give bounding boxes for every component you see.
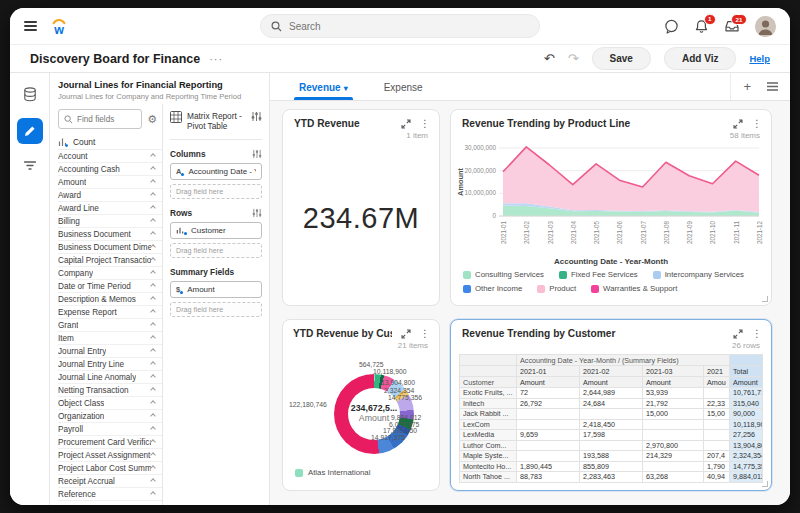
card-revenue-trending-product-line[interactable]: Revenue Trending by Product Line ⋮ 58 it… (450, 109, 772, 306)
row-field-chip[interactable]: Customer (170, 222, 262, 239)
column-header[interactable]: 2021-02 (580, 366, 643, 377)
field-item[interactable]: Billing (58, 215, 162, 228)
field-item[interactable]: Accounting Cash (58, 163, 162, 176)
field-item[interactable]: Project Labor Cost Summary (58, 462, 162, 475)
add-viz-button[interactable]: Add Viz (664, 47, 736, 70)
search-input[interactable] (289, 21, 529, 32)
legend-item[interactable]: Fixed Fee Services (559, 270, 638, 279)
find-fields-box[interactable] (58, 109, 142, 129)
field-item[interactable]: Procurement Card Verification (58, 436, 162, 449)
kebab-menu-icon[interactable]: ⋮ (420, 329, 430, 339)
donut-slice-label: 17,993,050 (383, 427, 417, 434)
field-item[interactable]: Award (58, 189, 162, 202)
field-item[interactable]: Journal Line Anomaly (58, 371, 162, 384)
kebab-menu-icon[interactable]: ⋮ (420, 119, 430, 129)
field-item[interactable]: Capital Project Transaction (58, 254, 162, 267)
column-header[interactable]: 2021 (704, 366, 730, 377)
tab-expense[interactable]: Expense (381, 82, 426, 100)
card-revenue-trending-by-customer[interactable]: Revenue Trending by Customer ⋮ 26 rows A… (450, 319, 772, 491)
edit-fields-icon[interactable] (17, 118, 43, 144)
table-row[interactable]: North Tahoe ...88,7832,283,46363,26840,9… (460, 472, 763, 483)
resize-handle[interactable] (762, 296, 768, 302)
table-row[interactable]: Montecito Ho...1,890,445855,8091,79014,7… (460, 461, 763, 472)
field-item[interactable]: Journal Entry Line (58, 358, 162, 371)
table-row[interactable]: LexMedia9,65917,59827,256 (460, 430, 763, 441)
kebab-menu-icon[interactable]: ⋮ (752, 119, 762, 129)
legend-item[interactable]: Intercompany Services (653, 270, 744, 279)
field-item[interactable]: Object Class (58, 397, 162, 410)
summary-field-chip[interactable]: $ Amount (170, 281, 262, 298)
field-item[interactable]: Journal Entry (58, 345, 162, 358)
field-item[interactable]: Description & Memos (58, 293, 162, 306)
global-menu-icon[interactable] (24, 21, 37, 31)
field-item[interactable]: Payroll (58, 423, 162, 436)
chat-icon[interactable] (664, 19, 679, 34)
help-link[interactable]: Help (749, 53, 770, 64)
amount-cell (643, 461, 704, 472)
field-item[interactable]: Netting Transaction (58, 384, 162, 397)
notifications-bell-icon[interactable]: 1 (694, 19, 709, 34)
gear-icon[interactable]: ⚙ (147, 114, 157, 125)
save-button[interactable]: Save (592, 47, 651, 70)
field-item[interactable]: Business Document Dimensi... (58, 241, 162, 254)
inbox-icon[interactable]: 21 (724, 19, 740, 33)
card-ytd-revenue-by-customer[interactable]: YTD Revenue by Custo... ⋮ 21 items 234,6… (282, 319, 440, 491)
viz-type-label[interactable]: Matrix Report - Pivot Table (187, 111, 246, 132)
tab-revenue[interactable]: Revenue▾ (296, 82, 351, 100)
field-item[interactable]: Account (58, 150, 162, 163)
column-header[interactable]: Total (730, 366, 763, 377)
field-item[interactable]: Reference (58, 488, 162, 501)
field-item[interactable]: Business Document (58, 228, 162, 241)
column-header[interactable]: 2021-01 (517, 366, 580, 377)
table-row[interactable]: Jack Rabbit ...15,00015,0090,000 (460, 409, 763, 420)
sliders-icon[interactable] (251, 111, 262, 122)
field-item[interactable]: Item (58, 332, 162, 345)
field-item[interactable]: Award Line (58, 202, 162, 215)
sliders-icon[interactable] (252, 149, 262, 159)
redo-icon[interactable]: ↷ (568, 51, 579, 66)
field-item[interactable]: Amount (58, 176, 162, 189)
table-row[interactable]: LexCom2,418,45010,118,900 (460, 419, 763, 430)
field-item[interactable]: Grant (58, 319, 162, 332)
table-row[interactable]: Luthor Com...2,970,80013,904,800 (460, 440, 763, 451)
global-search[interactable] (260, 14, 540, 38)
find-fields-input[interactable] (77, 115, 136, 124)
field-item[interactable]: Organization (58, 410, 162, 423)
legend-item[interactable]: Atlas International (308, 468, 370, 477)
legend-item[interactable]: Product (537, 284, 576, 293)
field-item[interactable]: Project Asset Assignment Ru... (58, 449, 162, 462)
row-drop-zone[interactable]: Drag field here (170, 243, 262, 258)
table-row[interactable]: Initech26,79224,68421,79222,33315,040 (460, 398, 763, 409)
sliders-icon[interactable] (252, 208, 262, 218)
add-tab-icon[interactable]: + (743, 80, 751, 93)
resize-handle[interactable] (762, 481, 768, 487)
column-field-chip[interactable]: A Accounting Date - Year-Mo... (170, 163, 262, 180)
legend-item[interactable]: Consulting Services (463, 270, 544, 279)
count-field[interactable]: Count (58, 134, 162, 150)
card-ytd-revenue[interactable]: YTD Revenue ⋮ 1 item 234.67M (282, 109, 440, 306)
workday-logo[interactable]: w (49, 17, 69, 36)
filter-icon[interactable] (23, 160, 37, 172)
chevron-up-icon (150, 374, 156, 380)
expand-icon[interactable] (733, 119, 743, 129)
expand-icon[interactable] (733, 329, 743, 339)
table-row[interactable]: Maple Syste...193,588214,329207,42,324,3… (460, 451, 763, 462)
field-item[interactable]: Receipt Accrual (58, 475, 162, 488)
kebab-menu-icon[interactable]: ⋮ (752, 329, 762, 339)
expand-icon[interactable] (401, 119, 411, 129)
profile-avatar[interactable] (755, 16, 776, 37)
expand-icon[interactable] (401, 329, 411, 339)
data-source-icon[interactable] (23, 87, 37, 102)
table-row[interactable]: Exotic Fruits, ...722,644,98953,93910,76… (460, 388, 763, 399)
summary-drop-zone[interactable]: Drag field here (170, 302, 262, 317)
undo-icon[interactable]: ↶ (544, 51, 555, 66)
legend-item[interactable]: Warranties & Support (591, 284, 677, 293)
field-item[interactable]: Date or Time Period (58, 280, 162, 293)
tab-list-icon[interactable] (767, 82, 778, 91)
legend-item[interactable]: Other Income (463, 284, 522, 293)
field-item[interactable]: Expense Report (58, 306, 162, 319)
related-actions-icon[interactable]: ··· (209, 53, 223, 65)
field-item[interactable]: Company (58, 267, 162, 280)
column-header[interactable]: 2021-03 (643, 366, 704, 377)
column-drop-zone[interactable]: Drag field here (170, 184, 262, 199)
